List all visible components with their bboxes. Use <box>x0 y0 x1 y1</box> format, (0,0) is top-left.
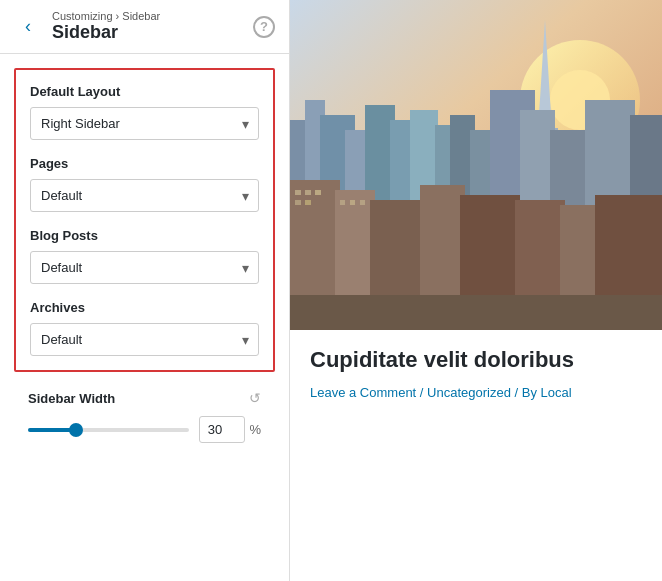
svg-rect-37 <box>290 295 662 330</box>
svg-rect-36 <box>360 200 365 205</box>
svg-rect-29 <box>295 190 301 195</box>
default-layout-select-wrapper: Right Sidebar Left Sidebar Full Width No… <box>30 107 259 140</box>
pages-select-wrapper: Default Right Sidebar Left Sidebar Full … <box>30 179 259 212</box>
slider-thumb[interactable] <box>69 423 83 437</box>
breadcrumb: Customizing › Sidebar <box>52 10 243 22</box>
archives-group: Archives Default Right Sidebar Left Side… <box>30 300 259 356</box>
width-unit: % <box>249 422 261 437</box>
customizer-panel: ‹ Customizing › Sidebar Sidebar ? Defaul… <box>0 0 290 581</box>
blog-posts-label: Blog Posts <box>30 228 259 243</box>
archives-select-wrapper: Default Right Sidebar Left Sidebar Full … <box>30 323 259 356</box>
slider-track <box>28 428 189 432</box>
article-meta: Leave a Comment / Uncategorized / By Loc… <box>310 383 642 404</box>
reset-button[interactable]: ↺ <box>249 390 261 406</box>
default-layout-select[interactable]: Right Sidebar Left Sidebar Full Width No… <box>30 107 259 140</box>
panel-title: Sidebar <box>52 22 243 43</box>
width-header: Sidebar Width ↺ <box>28 390 261 406</box>
default-layout-label: Default Layout <box>30 84 259 99</box>
header-text: Customizing › Sidebar Sidebar <box>52 10 243 43</box>
blog-posts-group: Blog Posts Default Right Sidebar Left Si… <box>30 228 259 284</box>
settings-section: Default Layout Right Sidebar Left Sideba… <box>14 68 275 372</box>
preview-image <box>290 0 662 330</box>
archives-label: Archives <box>30 300 259 315</box>
width-input-wrapper: % <box>199 416 261 443</box>
blog-posts-select-wrapper: Default Right Sidebar Left Sidebar Full … <box>30 251 259 284</box>
pages-group: Pages Default Right Sidebar Left Sidebar… <box>30 156 259 212</box>
blog-posts-select[interactable]: Default Right Sidebar Left Sidebar Full … <box>30 251 259 284</box>
svg-rect-30 <box>305 190 311 195</box>
width-input[interactable] <box>199 416 245 443</box>
preview-panel: Cupiditate velit doloribus Leave a Comme… <box>290 0 662 581</box>
article-title: Cupiditate velit doloribus <box>310 346 642 375</box>
archives-select[interactable]: Default Right Sidebar Left Sidebar Full … <box>30 323 259 356</box>
svg-rect-33 <box>305 200 311 205</box>
preview-text-area: Cupiditate velit doloribus Leave a Comme… <box>290 330 662 581</box>
slider-row: % <box>28 416 261 443</box>
sidebar-width-label: Sidebar Width <box>28 391 115 406</box>
svg-rect-32 <box>295 200 301 205</box>
svg-rect-34 <box>340 200 345 205</box>
panel-header: ‹ Customizing › Sidebar Sidebar ? <box>0 0 289 54</box>
slider-container <box>28 428 189 432</box>
help-button[interactable]: ? <box>253 16 275 38</box>
panel-content: Default Layout Right Sidebar Left Sideba… <box>0 54 289 581</box>
sidebar-width-section: Sidebar Width ↺ % <box>14 390 275 443</box>
pages-label: Pages <box>30 156 259 171</box>
back-button[interactable]: ‹ <box>14 13 42 41</box>
pages-select[interactable]: Default Right Sidebar Left Sidebar Full … <box>30 179 259 212</box>
default-layout-group: Default Layout Right Sidebar Left Sideba… <box>30 84 259 140</box>
svg-rect-35 <box>350 200 355 205</box>
svg-rect-31 <box>315 190 321 195</box>
